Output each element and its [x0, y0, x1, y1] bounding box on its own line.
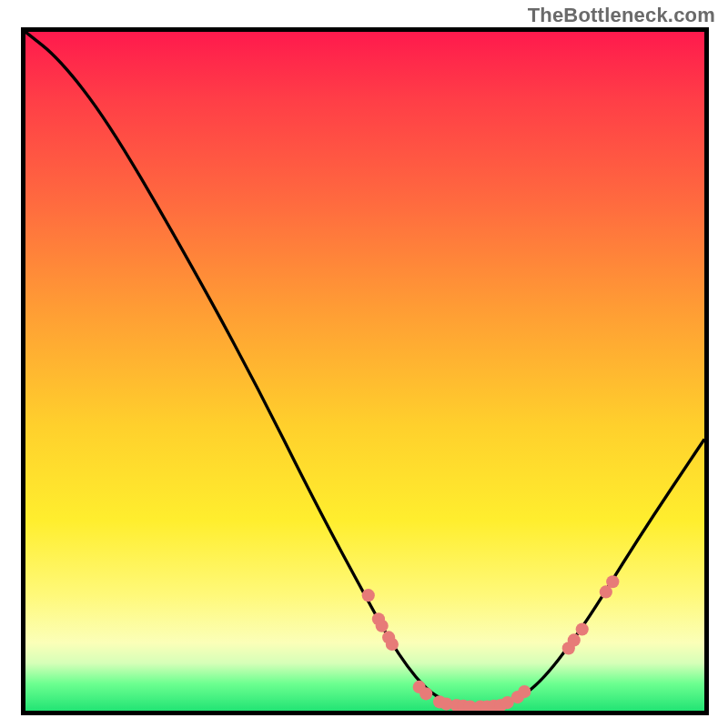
watermark-text: TheBottleneck.com	[528, 4, 715, 27]
sample-dot	[420, 687, 432, 700]
chart-svg	[25, 32, 704, 711]
sample-dot	[568, 633, 581, 646]
sample-dot	[576, 622, 589, 635]
sample-dot	[386, 638, 399, 651]
sample-dot	[606, 575, 619, 588]
sample-dot	[376, 620, 389, 632]
sample-dot	[518, 685, 531, 698]
bottleneck-curve	[25, 32, 704, 706]
sample-dot	[362, 589, 375, 602]
chart-frame	[21, 27, 709, 715]
chart-stage: TheBottleneck.com	[0, 0, 728, 728]
